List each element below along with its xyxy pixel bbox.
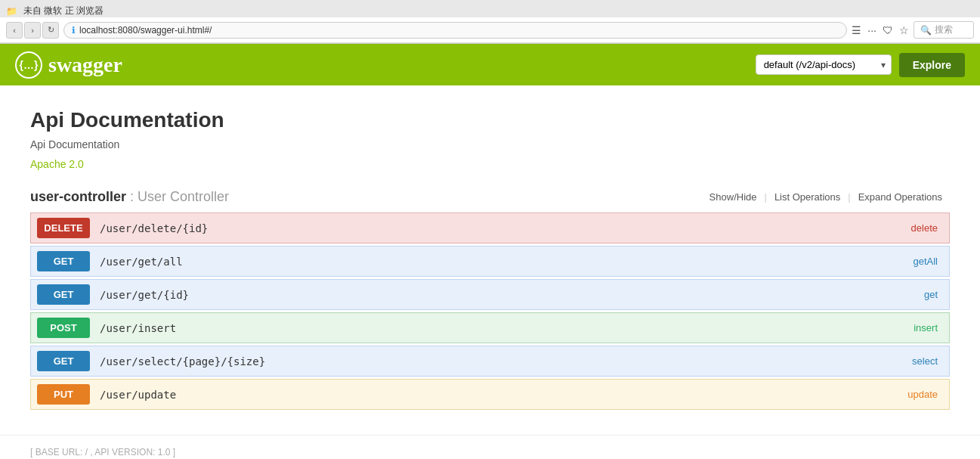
swagger-logo: {…} swagger	[15, 51, 122, 79]
api-operation-name: getAll	[901, 256, 949, 267]
api-operation-name: delete	[900, 222, 949, 234]
controller-subtitle: : User Controller	[130, 189, 229, 204]
expand-operations-link[interactable]: Expand Operations	[851, 191, 950, 203]
api-path: /user/update	[96, 389, 896, 401]
back-button[interactable]: ‹	[6, 22, 23, 39]
api-endpoint-row[interactable]: GET/user/get/allgetAll	[30, 246, 950, 277]
explore-button[interactable]: Explore	[899, 53, 965, 77]
controller-header: user-controller : User Controller Show/H…	[30, 189, 950, 205]
api-select[interactable]: default (/v2/api-docs)	[756, 54, 892, 75]
browser-chrome: 📁 未自 微软 正 浏览器 ‹ › ↻ ℹ localhost:8080/swa…	[0, 0, 980, 44]
method-badge-get: GET	[37, 351, 90, 371]
menu-dots-icon[interactable]: ···	[867, 24, 876, 36]
api-path: /user/delete/{id}	[96, 222, 900, 234]
forward-button[interactable]: ›	[24, 22, 41, 39]
reader-icon[interactable]: ☰	[852, 24, 861, 36]
method-badge-get: GET	[37, 251, 90, 271]
api-operation-name: select	[901, 355, 949, 367]
controller-actions: Show/Hide | List Operations | Expand Ope…	[702, 191, 950, 203]
api-endpoint-row[interactable]: GET/user/get/{id}get	[30, 279, 950, 310]
swagger-logo-icon: {…}	[15, 51, 42, 79]
info-icon: ℹ	[72, 25, 76, 36]
swagger-header: {…} swagger default (/v2/api-docs) Explo…	[0, 44, 980, 85]
controller-title: user-controller : User Controller	[30, 189, 229, 205]
api-title: Api Documentation	[30, 108, 950, 132]
refresh-button[interactable]: ↻	[42, 22, 59, 39]
folder-icon: 📁	[6, 6, 17, 17]
api-license-link[interactable]: Apache 2.0	[30, 158, 84, 170]
search-icon: 🔍	[920, 25, 932, 36]
swagger-header-right: default (/v2/api-docs) Explore	[756, 53, 965, 77]
api-path: /user/select/{page}/{size}	[96, 355, 901, 368]
api-path: /user/get/{id}	[96, 289, 913, 301]
api-operation-name: get	[913, 289, 949, 300]
endpoints-list: DELETE/user/delete/{id}deleteGET/user/ge…	[30, 212, 950, 410]
swagger-footer: [ BASE URL: / , API VERSION: 1.0 ]	[0, 435, 980, 459]
shield-icon: 🛡	[883, 24, 893, 36]
api-endpoint-row[interactable]: DELETE/user/delete/{id}delete	[30, 212, 950, 243]
api-path: /user/get/all	[96, 256, 901, 268]
search-placeholder: 搜索	[935, 23, 953, 36]
method-badge-delete: DELETE	[37, 218, 90, 238]
controller-name: user-controller	[30, 189, 126, 204]
api-endpoint-row[interactable]: PUT/user/updateupdate	[30, 379, 950, 410]
star-icon[interactable]: ☆	[899, 24, 909, 36]
address-bar[interactable]: ℹ localhost:8080/swagger-ui.html#/	[63, 22, 847, 39]
browser-toolbar: ‹ › ↻ ℹ localhost:8080/swagger-ui.html#/…	[0, 17, 980, 43]
tab-label: 未自 微软 正 浏览器	[23, 5, 104, 17]
api-select-wrapper[interactable]: default (/v2/api-docs)	[756, 54, 892, 75]
api-description: Api Documentation	[30, 138, 950, 150]
api-operation-name: update	[896, 389, 949, 400]
browser-actions: ☰ ··· 🛡 ☆	[852, 24, 909, 36]
list-operations-link[interactable]: List Operations	[767, 191, 848, 203]
footer-text: [ BASE URL: / , API VERSION: 1.0 ]	[30, 447, 175, 457]
method-badge-get: GET	[37, 284, 90, 305]
nav-buttons: ‹ › ↻	[6, 22, 59, 39]
swagger-logo-text: swagger	[48, 53, 122, 77]
method-badge-put: PUT	[37, 384, 90, 405]
show-hide-link[interactable]: Show/Hide	[702, 191, 765, 203]
method-badge-post: POST	[37, 318, 90, 338]
api-endpoint-row[interactable]: GET/user/select/{page}/{size}select	[30, 346, 950, 377]
url-text: localhost:8080/swagger-ui.html#/	[79, 25, 212, 36]
swagger-content: Api Documentation Api Documentation Apac…	[0, 85, 980, 435]
browser-tab-bar: 📁 未自 微软 正 浏览器	[0, 0, 980, 17]
api-operation-name: insert	[902, 322, 949, 333]
search-bar[interactable]: 🔍 搜索	[914, 21, 974, 39]
api-endpoint-row[interactable]: POST/user/insertinsert	[30, 312, 950, 343]
api-path: /user/insert	[96, 322, 902, 334]
